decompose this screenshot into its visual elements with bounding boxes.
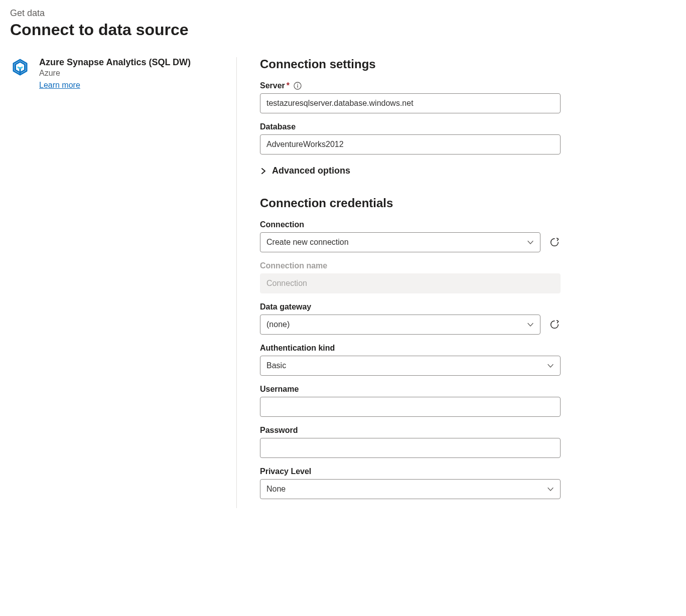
gateway-label: Data gateway bbox=[260, 302, 561, 312]
info-icon[interactable] bbox=[294, 82, 302, 90]
chevron-down-icon bbox=[547, 362, 554, 369]
privacy-level-select-value: None bbox=[266, 485, 286, 494]
chevron-down-icon bbox=[527, 239, 534, 246]
connection-select[interactable]: Create new connection bbox=[260, 232, 540, 252]
connection-name-input bbox=[260, 273, 561, 293]
chevron-right-icon bbox=[260, 168, 267, 175]
data-source-panel: Azure Synapse Analytics (SQL DW) Azure L… bbox=[10, 57, 237, 508]
connection-label: Connection bbox=[260, 220, 561, 229]
database-input[interactable] bbox=[260, 134, 561, 155]
database-label: Database bbox=[260, 122, 561, 131]
server-label: Server * bbox=[260, 81, 561, 90]
privacy-level-label: Privacy Level bbox=[260, 467, 561, 476]
synapse-icon bbox=[10, 58, 30, 78]
auth-kind-select-value: Basic bbox=[266, 361, 286, 370]
required-mark: * bbox=[287, 81, 290, 90]
advanced-options-label: Advanced options bbox=[272, 166, 350, 176]
gateway-select-value: (none) bbox=[266, 320, 290, 329]
connection-settings-heading: Connection settings bbox=[260, 57, 561, 71]
learn-more-link[interactable]: Learn more bbox=[39, 81, 80, 90]
password-input[interactable] bbox=[260, 438, 561, 458]
advanced-options-toggle[interactable]: Advanced options bbox=[260, 166, 561, 176]
gateway-select[interactable]: (none) bbox=[260, 315, 540, 335]
auth-kind-label: Authentication kind bbox=[260, 344, 561, 353]
source-subtitle: Azure bbox=[39, 69, 224, 78]
chevron-down-icon bbox=[547, 486, 554, 493]
connection-select-value: Create new connection bbox=[266, 238, 349, 247]
chevron-down-icon bbox=[527, 321, 534, 328]
breadcrumb: Get data bbox=[10, 8, 676, 19]
username-label: Username bbox=[260, 385, 561, 394]
connection-name-label: Connection name bbox=[260, 261, 561, 270]
source-title: Azure Synapse Analytics (SQL DW) bbox=[39, 57, 224, 68]
server-input[interactable] bbox=[260, 93, 561, 113]
page-title: Connect to data source bbox=[10, 21, 676, 39]
form-panel: Connection settings Server * Database Ad… bbox=[237, 57, 676, 508]
auth-kind-select[interactable]: Basic bbox=[260, 356, 561, 376]
svg-point-1 bbox=[297, 84, 298, 85]
svg-rect-2 bbox=[297, 85, 298, 88]
connection-credentials-heading: Connection credentials bbox=[260, 196, 561, 210]
connection-refresh-button[interactable] bbox=[548, 236, 561, 248]
password-label: Password bbox=[260, 426, 561, 435]
username-input[interactable] bbox=[260, 397, 561, 417]
gateway-refresh-button[interactable] bbox=[548, 319, 561, 331]
privacy-level-select[interactable]: None bbox=[260, 479, 561, 499]
